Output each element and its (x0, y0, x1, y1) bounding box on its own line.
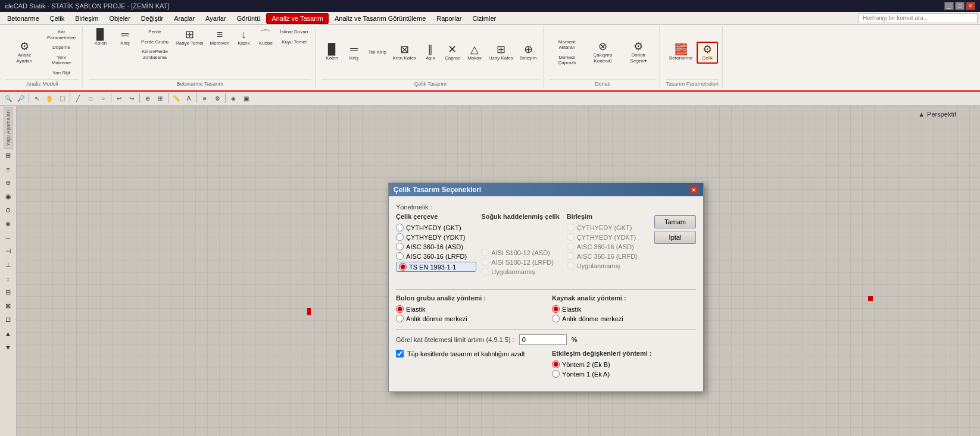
rect-btn[interactable]: □ (85, 92, 96, 104)
zoom-in-btn[interactable]: 🔍 (2, 92, 14, 104)
side-btn-15[interactable]: ▼ (2, 341, 15, 354)
uzay-kafes-btn[interactable]: ⊞ Uzay Kafes (486, 42, 516, 63)
render-btn[interactable]: ▣ (240, 92, 252, 104)
measure-btn[interactable]: 📏 (170, 92, 182, 104)
menu-araclar[interactable]: Araçlar (169, 14, 199, 23)
capraz-btn[interactable]: ✕ Çapraz (442, 42, 463, 63)
kiris-btn[interactable]: ═ Kiriş (113, 27, 137, 48)
grid-btn[interactable]: ⊞ (154, 92, 166, 104)
side-btn-6[interactable]: ⊗ (2, 218, 15, 231)
menu-cizimler[interactable]: Cizimler (467, 14, 501, 23)
zoom-out-btn[interactable]: 🔎 (15, 92, 27, 104)
merkezi-caprazli-btn[interactable]: Merkezi Çaprazlı (550, 53, 584, 68)
yeni-malzeme-btn[interactable]: Yeni Malzeme (44, 53, 79, 68)
radio-kaynak-anlik[interactable]: Anlık dönme merkezi (552, 315, 696, 322)
side-btn-11[interactable]: ⊟ (2, 286, 15, 299)
3d-btn[interactable]: ◈ (227, 92, 239, 104)
side-btn-7[interactable]: ─ (2, 231, 15, 244)
kubbe-btn[interactable]: ⌒ Kubbe (255, 27, 276, 48)
kolon-btn[interactable]: ▉ Kolon (89, 27, 113, 48)
kat-parametreleri-btn[interactable]: Kat Parametreleri (44, 27, 79, 42)
donati-secimi-btn[interactable]: ⚙ Donatı Seçimi▾ (621, 39, 656, 65)
layer-btn[interactable]: ≡ (199, 92, 211, 104)
radio-cythyedy-ydkt[interactable]: ÇYTHYEDY (YDKT) (396, 233, 476, 241)
select-btn[interactable]: ⬚ (56, 92, 68, 104)
line-btn[interactable]: ╱ (72, 92, 84, 104)
radio-ts-en-1993[interactable]: TS EN 1993-1-1 (396, 262, 476, 272)
kren-kafes-btn[interactable]: ⊠ Kren Kafes (389, 42, 419, 63)
radio-bulon-anlik[interactable]: Anlık dönme merkezi (396, 315, 540, 322)
perde-grubu-btn[interactable]: Perde Grubu (138, 37, 172, 47)
cursor-btn[interactable]: ↖ (31, 92, 43, 104)
menu-raporlar[interactable]: Raporlar (432, 14, 466, 23)
tali-kiris-btn[interactable]: Tali Kiriş (366, 48, 389, 57)
celik-birlesim-btn[interactable]: ⊕ Birleşim (517, 42, 539, 63)
side-btn-8[interactable]: ⊣ (2, 245, 15, 258)
side-btn-2[interactable]: ≡ (2, 163, 15, 176)
makas-btn[interactable]: △ Makas (464, 42, 485, 63)
side-btn-1[interactable]: ⊞ (2, 149, 15, 162)
side-btn-13[interactable]: ⊡ (2, 313, 15, 327)
side-btn-3[interactable]: ⊕ (2, 177, 15, 190)
menu-analiz-goruntuleme[interactable]: Analiz ve Tasarım Görüntüleme (330, 14, 430, 23)
radio-yontem2[interactable]: Yöntem 2 (Ek B) (552, 360, 696, 368)
merdiven-btn[interactable]: ≡ Merdiven (207, 27, 233, 48)
text-btn[interactable]: A (183, 92, 195, 104)
yapi-asamalari-label[interactable]: Yapı Aşamaları (4, 107, 13, 149)
gorel-kat-input[interactable] (519, 334, 567, 345)
analiz-ayarlari-btn[interactable]: ⚙ Analiz Ayarları (6, 38, 43, 67)
circle-btn[interactable]: ○ (97, 92, 109, 104)
menu-ayarlar[interactable]: Ayarlar (201, 14, 231, 23)
cakisma-kontrolu-btn[interactable]: ⊗ Çakışma Kontrolü (585, 39, 620, 65)
radio-bulon-elastik[interactable]: Elastik (396, 305, 540, 313)
pan-btn[interactable]: ✋ (43, 92, 55, 104)
celik-kiris-btn[interactable]: ═ Kiriş (344, 42, 365, 63)
minimize-button[interactable]: _ (944, 2, 954, 10)
radio-kaynak-elastik[interactable]: Elastik (552, 305, 696, 313)
snap-btn[interactable]: ⊕ (142, 92, 154, 104)
yari-rijit-btn[interactable]: Yarı Rijit (44, 68, 79, 78)
perde-btn[interactable]: Perde (138, 27, 172, 37)
side-btn-10[interactable]: ↕ (2, 272, 15, 286)
side-btn-5[interactable]: ⊙ (2, 204, 15, 217)
tup-kesit-checkbox[interactable] (396, 350, 404, 357)
istinat-btn[interactable]: İstinat Duvarı (277, 27, 311, 37)
undo-btn[interactable]: ↩ (113, 92, 125, 104)
betonarme-param-btn[interactable]: 🧱 Betonarme (666, 42, 695, 63)
kazik-btn[interactable]: ↓ Kazık (233, 27, 254, 48)
radio-aisc-360-asd[interactable]: AISC 360-16 (ASD) (396, 243, 476, 250)
command-search[interactable] (859, 13, 978, 23)
celik-cerceve-header: Çelik çerçeve (396, 213, 476, 221)
radio-cythyedy-gkt[interactable]: ÇYTHYEDY (GKT) (396, 224, 476, 231)
maximize-button[interactable]: □ (955, 2, 965, 10)
dialog-close-button[interactable]: ✕ (689, 186, 698, 194)
radio-aisc-360-lrfd[interactable]: AISC 360-16 (LRFD) (396, 252, 476, 260)
asik-btn[interactable]: ∥ Aşık (420, 42, 441, 63)
doseme-btn[interactable]: Döşeme (44, 43, 79, 52)
menu-objeler[interactable]: Objeler (104, 14, 135, 23)
menu-celik[interactable]: Çelik (45, 14, 69, 23)
tup-kesit-row[interactable]: Tüp kesitlerde tasarım et kalınlığını az… (396, 350, 540, 357)
tamam-button[interactable]: Tamam (654, 215, 696, 228)
menu-degistir[interactable]: Değiştir (136, 14, 168, 23)
props-btn[interactable]: ⚙ (211, 92, 223, 104)
menu-betonarme[interactable]: Betonarme (2, 14, 44, 23)
radye-temel-btn[interactable]: ⊞ Radye Temel (173, 27, 207, 48)
close-button[interactable]: ✕ (966, 2, 975, 10)
menu-goruntu[interactable]: Görüntü (232, 14, 266, 23)
side-btn-14[interactable]: ▲ (2, 327, 15, 340)
kolon-perde-btn[interactable]: Kolon/Perde Zımbalama (138, 47, 172, 62)
side-btn-4[interactable]: ◉ (2, 190, 15, 203)
side-btn-9[interactable]: ⊥ (2, 259, 15, 272)
celik-kolon-btn[interactable]: ▉ Kolon (322, 42, 343, 63)
title-bar: ideCAD Statik - STATİK ŞABLON PROJE - [Z… (0, 0, 980, 12)
celik-param-btn[interactable]: ⚙ Çelik (697, 42, 718, 64)
redo-btn[interactable]: ↪ (126, 92, 138, 104)
radio-yontem1[interactable]: Yöntem 1 (Ek A) (552, 370, 696, 378)
menu-birlesim[interactable]: Birleşim (70, 14, 103, 23)
kuyu-temel-btn[interactable]: Kuyu Temel (277, 37, 311, 47)
menu-analiz-tasarim[interactable]: Analiz ve Tasarım (266, 13, 329, 24)
moment-aktaran-btn[interactable]: Moment Aktaran (550, 37, 584, 52)
iptal-button[interactable]: İptal (654, 231, 696, 244)
side-btn-12[interactable]: ⊠ (2, 300, 15, 313)
